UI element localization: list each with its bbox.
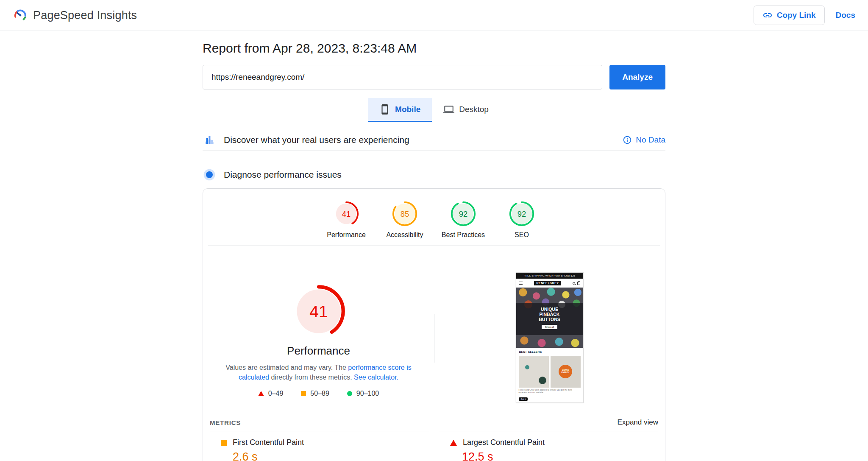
performance-gauge: 41 xyxy=(333,201,359,227)
score-gauge-accessibility[interactable]: 85 Accessibility xyxy=(376,201,434,239)
tab-desktop[interactable]: Desktop xyxy=(432,98,500,122)
svg-text:41: 41 xyxy=(309,302,328,321)
tab-desktop-label: Desktop xyxy=(459,105,489,114)
legend-range: 50–89 xyxy=(310,390,329,397)
expand-view-button[interactable]: Expand view xyxy=(618,418,658,427)
legend-range: 0–49 xyxy=(268,390,284,397)
legend-range: 90–100 xyxy=(356,390,379,397)
desktop-icon xyxy=(443,104,454,115)
thumb-banner: FREE SHIPPING WHEN YOU SPEND $25 xyxy=(516,273,583,279)
seo-gauge: 92 xyxy=(509,201,535,227)
desc-text: directly from these metrics. xyxy=(269,374,354,381)
metric-name: First Contentful Paint xyxy=(233,438,304,447)
performance-heading: Performance xyxy=(287,344,350,358)
lab-data-title: Diagnose performance issues xyxy=(224,170,342,180)
field-data-icon xyxy=(203,133,216,147)
thumb-shop-all-button: Shop all xyxy=(542,325,558,329)
tab-mobile-label: Mobile xyxy=(395,105,420,114)
thumb-product-1 xyxy=(519,356,549,388)
score-legend: 0–49 50–89 90–100 xyxy=(258,390,379,397)
score-gauge-performance[interactable]: 41 Performance xyxy=(317,201,376,239)
category-scores-row: 41 Performance 85 Accessibility 92 Best … xyxy=(203,189,665,239)
svg-text:41: 41 xyxy=(342,210,351,218)
field-data-title: Discover what your real users are experi… xyxy=(224,135,409,145)
copy-link-label: Copy Link xyxy=(777,11,816,20)
metric-value: 12.5 s xyxy=(462,450,658,461)
score-gauge-seo[interactable]: 92 SEO xyxy=(492,201,551,239)
gauge-label: Best Practices xyxy=(442,231,485,239)
thumb-cookie-bar: Renee and Grey uses cookies to ensure yo… xyxy=(516,388,583,403)
thumb-product-2: MATCH ENERGY xyxy=(551,356,581,388)
legend-item-average: 50–89 xyxy=(301,390,329,397)
desc-text: Values are estimated and may vary. The xyxy=(225,364,348,371)
metrics-columns: First Contentful Paint 2.6 s Largest Con… xyxy=(210,431,658,461)
fail-triangle-icon xyxy=(258,391,264,396)
url-input[interactable] xyxy=(203,65,602,89)
svg-text:92: 92 xyxy=(517,210,526,218)
analyze-button[interactable]: Analyze xyxy=(609,65,665,89)
device-tabs: Mobile Desktop xyxy=(203,98,665,122)
thumb-products: MATCH ENERGY xyxy=(516,356,583,388)
smartphone-icon xyxy=(379,104,390,115)
search-icon xyxy=(573,282,575,285)
average-square-icon xyxy=(301,391,306,396)
lab-data-section-header: Diagnose performance issues xyxy=(203,164,665,186)
lab-data-icon xyxy=(203,168,216,182)
cookie-got-it-button: Got it xyxy=(519,397,528,401)
thumb-product-badge: MATCH ENERGY xyxy=(559,365,572,378)
thumb-best-sellers-heading: BEST SELLERS xyxy=(516,348,583,356)
best-practices-gauge: 92 xyxy=(450,201,476,227)
hamburger-menu-icon xyxy=(519,282,523,285)
link-icon xyxy=(762,10,773,20)
score-gauge-best-practices[interactable]: 92 Best Practices xyxy=(434,201,492,239)
report-title: Report from Apr 28, 2023, 8:23:48 AM xyxy=(203,40,665,56)
shopping-bag-icon xyxy=(577,282,580,285)
no-data-label: No Data xyxy=(636,135,665,145)
gauge-label: SEO xyxy=(515,231,529,239)
top-app-bar: PageSpeed Insights Copy Link Docs xyxy=(0,0,868,31)
no-data-status[interactable]: No Data xyxy=(623,135,665,145)
app-title: PageSpeed Insights xyxy=(33,9,137,22)
see-calculator-link[interactable]: See calculator. xyxy=(354,374,398,381)
svg-text:85: 85 xyxy=(401,210,409,218)
thumb-navbar: RENEE+GREY xyxy=(516,279,583,288)
report-card: 41 Performance 85 Accessibility 92 Best … xyxy=(203,188,665,461)
performance-score-gauge-large: 41 xyxy=(291,283,347,339)
metric-value: 2.6 s xyxy=(233,450,429,461)
accessibility-gauge: 85 xyxy=(392,201,418,227)
score-description: Values are estimated and may vary. The p… xyxy=(223,363,414,382)
metric-largest-contentful-paint: Largest Contentful Paint 12.5 s xyxy=(439,431,658,461)
metrics-heading: METRICS xyxy=(210,419,241,426)
legend-item-pass: 90–100 xyxy=(347,390,379,397)
page-screenshot-thumbnail[interactable]: FREE SHIPPING WHEN YOU SPEND $25 RENEE+G… xyxy=(516,272,584,403)
gauge-label: Performance xyxy=(327,231,366,239)
metric-first-contentful-paint: First Contentful Paint 2.6 s xyxy=(210,431,429,461)
field-data-section-header: Discover what your real users are experi… xyxy=(203,129,665,151)
thumb-hero-title: UNIQUE PINBACK BUTTONS xyxy=(531,307,569,322)
metric-rating-icon xyxy=(450,440,457,446)
main-content: Report from Apr 28, 2023, 8:23:48 AM Ana… xyxy=(203,40,665,461)
docs-link[interactable]: Docs xyxy=(836,11,855,20)
copy-link-button[interactable]: Copy Link xyxy=(754,6,825,25)
app-logo-home-link[interactable]: PageSpeed Insights xyxy=(13,8,137,23)
vertical-divider xyxy=(434,314,434,363)
svg-text:92: 92 xyxy=(459,210,467,218)
metric-rating-icon xyxy=(221,440,227,446)
thumb-hero: UNIQUE PINBACK BUTTONS Shop all xyxy=(516,288,583,347)
legend-item-fail: 0–49 xyxy=(258,390,284,397)
metric-name: Largest Contentful Paint xyxy=(463,438,545,447)
pagespeed-logo-icon xyxy=(13,8,28,23)
info-icon xyxy=(623,135,632,145)
tab-mobile[interactable]: Mobile xyxy=(368,98,432,122)
gauge-label: Accessibility xyxy=(386,231,423,239)
url-form: Analyze xyxy=(203,65,665,89)
pass-circle-icon xyxy=(347,391,352,396)
thumb-site-logo: RENEE+GREY xyxy=(534,281,561,285)
performance-summary-row: 41 Performance Values are estimated and … xyxy=(203,246,665,403)
cookie-text: Renee and Grey uses cookies to ensure yo… xyxy=(519,388,581,394)
